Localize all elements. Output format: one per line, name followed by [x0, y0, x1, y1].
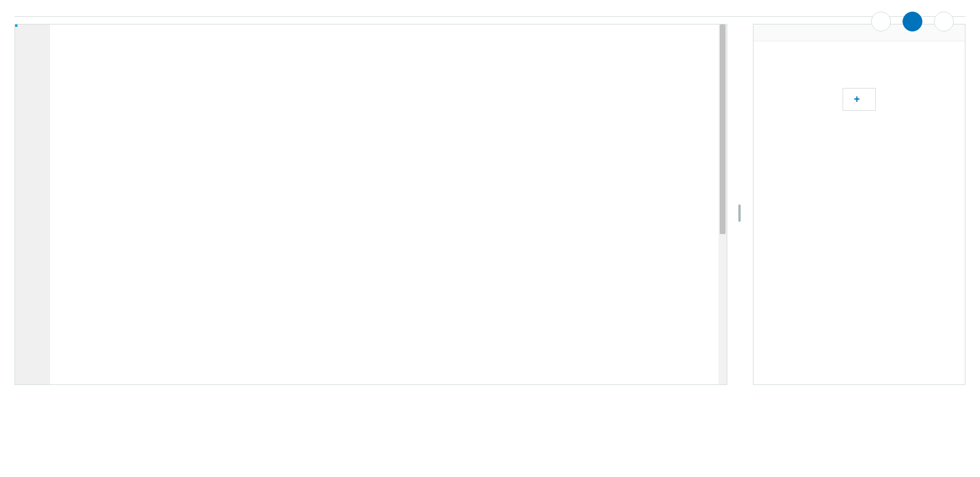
split-handle[interactable] [739, 24, 741, 385]
wizard-step-1[interactable] [871, 12, 891, 31]
editor-code-area[interactable] [50, 24, 719, 384]
wizard-steps [871, 12, 954, 31]
editor-scrollbar-thumb[interactable] [720, 24, 726, 234]
edit-statement-panel: + [753, 24, 965, 385]
wizard-step-2[interactable] [903, 12, 922, 31]
policy-editor[interactable] [15, 24, 727, 385]
wizard-step-3[interactable] [934, 12, 954, 31]
plus-icon: + [854, 93, 860, 105]
editor-scrollbar[interactable] [719, 24, 727, 384]
editor-gutter [15, 24, 50, 384]
add-new-statement-button[interactable]: + [843, 88, 876, 111]
section-title [15, 12, 965, 17]
